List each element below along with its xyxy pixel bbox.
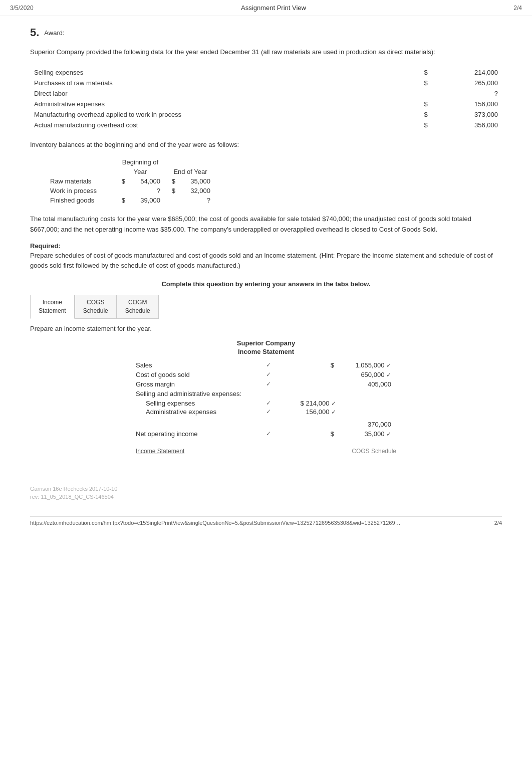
table-row: Purchases of raw materials $ 265,000 [31, 78, 501, 88]
item-value: 373,000 [432, 110, 501, 119]
company-name: Superior Company [136, 339, 396, 347]
inventory-table: Beginning of Year End of Year Raw materi… [45, 157, 215, 205]
bottom-navigation: Income Statement COGS Schedule [136, 448, 396, 455]
gross-margin-label: Gross margin [136, 380, 266, 388]
tab-line2: Schedule [125, 307, 150, 315]
tab-line1: COGS [83, 298, 108, 307]
item-prefix: $ [361, 68, 430, 77]
date-label: 3/5/2020 [10, 5, 34, 12]
beg-header: Beginning of [115, 157, 165, 167]
sales-amount: 1,055,000 ✓ [336, 361, 391, 369]
year-header: Year [115, 167, 165, 176]
selling-check: ✓ [266, 400, 281, 407]
cogs-row: Cost of goods sold ✓ 650,000 ✓ [136, 371, 396, 378]
item-label: Raw materials [45, 176, 115, 186]
tab-line2: Statement [39, 307, 66, 315]
table-row: Direct labor ? [31, 89, 501, 98]
url-page: 2/4 [494, 520, 502, 526]
item-prefix: $ [361, 78, 430, 88]
selling-expenses-row: Selling expenses ✓ $ 214,000 ✓ [136, 400, 396, 407]
item-prefix: $ [361, 99, 430, 109]
item-label: Selling expenses [31, 68, 360, 77]
selling-admin-label: Selling and administrative expenses: [136, 390, 266, 398]
tab-line1: Income [39, 298, 66, 307]
table-row: Actual manufacturing overhead cost $ 356… [31, 120, 501, 130]
item-label: Purchases of raw materials [31, 78, 360, 88]
income-statement-section: Superior Company Income Statement Sales … [136, 339, 396, 455]
item-prefix [361, 89, 430, 98]
table-row: Administrative expenses $ 156,000 [31, 99, 501, 109]
net-operating-income-row: Net operating income ✓ $ 35,000 ✓ [136, 430, 396, 438]
narrative-text: The total manufacturing costs for the ye… [30, 214, 502, 235]
item-prefix: $ [361, 110, 430, 119]
table-row: Raw materials $ 54,000 $ 35,000 [45, 176, 215, 186]
footer-line1: Garrison 16e Rechecks 2017-10-10 [30, 485, 502, 493]
beg-prefix: $ [115, 196, 130, 205]
item-label: Manufacturing overhead applied to work i… [31, 110, 360, 119]
is-title: Income Statement [136, 348, 396, 355]
sales-label: Sales [136, 361, 266, 369]
award-label: Award: [44, 26, 64, 37]
item-value: 356,000 [432, 120, 501, 130]
question-header: 5. Award: [30, 26, 502, 39]
net-operating-amount: 35,000 ✓ [336, 430, 391, 438]
data-items-table: Selling expenses $ 214,000 Purchases of … [30, 67, 502, 131]
bottom-nav-left[interactable]: Income Statement [136, 448, 184, 455]
top-bar: 3/5/2020 Assignment Print View 2/4 [0, 0, 532, 16]
url-text: https://ezto.mheducation.com/hm.tpx?todo… [30, 520, 401, 526]
page-number: 2/4 [513, 5, 522, 12]
end-value: ? [180, 196, 215, 205]
admin-label: Administrative expenses [146, 408, 266, 416]
end-value: 35,000 [180, 176, 215, 186]
page-title: Assignment Print View [241, 4, 306, 12]
required-text: Prepare schedules of cost of goods manuf… [30, 251, 502, 272]
inventory-intro: Inventory balances at the beginning and … [30, 140, 502, 150]
table-row: Beginning of [45, 157, 215, 167]
question-number: 5. [30, 26, 39, 39]
cogs-amount: 650,000 ✓ [336, 371, 391, 378]
beg-value: ? [130, 186, 165, 196]
net-operating-label: Net operating income [136, 430, 266, 438]
complete-question-text: Complete this question by entering your … [30, 280, 502, 288]
bottom-nav-right[interactable]: COGS Schedule [352, 448, 396, 455]
net-operating-prefix: $ [281, 430, 336, 438]
item-label: Work in process [45, 186, 115, 196]
cogs-label: Cost of goods sold [136, 371, 266, 378]
beg-prefix [115, 186, 130, 196]
beg-value: 54,000 [130, 176, 165, 186]
sales-prefix: $ [281, 361, 336, 369]
admin-expenses-row: Administrative expenses ✓ 156,000 ✓ [136, 408, 396, 416]
tab-line1: COGM [125, 298, 150, 307]
gross-margin-check: ✓ [266, 380, 281, 387]
item-label: Finished goods [45, 196, 115, 205]
cogs-check: ✓ [266, 371, 281, 378]
selling-label: Selling expenses [146, 400, 266, 407]
tab-line2: Schedule [83, 307, 108, 315]
selling-amount: $ 214,000 ✓ [281, 400, 336, 407]
net-operating-check: ✓ [266, 430, 281, 437]
end-year-header: End of Year [165, 167, 215, 176]
url-bar: https://ezto.mheducation.com/hm.tpx?todo… [30, 516, 502, 526]
tab-cogs-schedule[interactable]: COGS Schedule [75, 295, 117, 319]
description-text: Superior Company provided the following … [30, 47, 502, 58]
item-prefix: $ [361, 120, 430, 130]
table-row: Finished goods $ 39,000 ? [45, 196, 215, 205]
footer-line2: rev: 11_05_2018_QC_CS-146504 [30, 493, 502, 501]
beg-value: 39,000 [130, 196, 165, 205]
tab-income-statement[interactable]: Income Statement [30, 295, 75, 319]
item-value: 265,000 [432, 78, 501, 88]
item-value: 214,000 [432, 68, 501, 77]
gross-margin-amount: 405,000 [336, 380, 391, 388]
total-expenses-row: 370,000 [136, 421, 396, 428]
prepare-text: Prepare an income statement for the year… [30, 325, 502, 332]
sales-check: ✓ [266, 361, 281, 368]
item-label: Direct labor [31, 89, 360, 98]
item-value: 156,000 [432, 99, 501, 109]
tabs-container: Income Statement COGS Schedule COGM Sche… [30, 295, 502, 319]
table-row: Selling expenses $ 214,000 [31, 68, 501, 77]
tab-cogm-schedule[interactable]: COGM Schedule [117, 295, 159, 319]
end-prefix: $ [165, 176, 180, 186]
required-label: Required: [30, 242, 502, 250]
footer: Garrison 16e Rechecks 2017-10-10 rev: 11… [30, 485, 502, 501]
end-prefix [165, 196, 180, 205]
